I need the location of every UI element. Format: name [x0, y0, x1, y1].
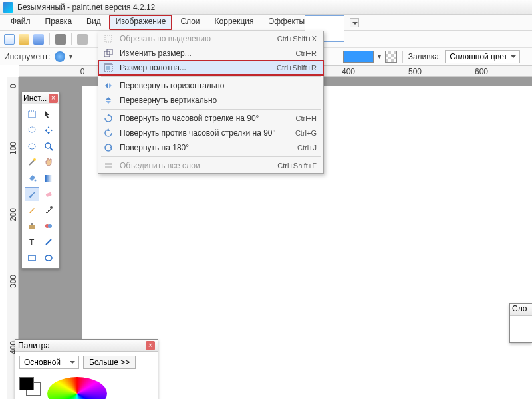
svg-point-25	[50, 206, 53, 209]
print-icon[interactable]	[55, 34, 66, 45]
open-icon[interactable]	[19, 34, 29, 45]
tool-picker[interactable]	[41, 203, 56, 217]
layers-window-title: Сло	[512, 304, 527, 313]
palette-window[interactable]: Палитра × Основной Больше >>	[15, 339, 158, 399]
tools-grid: T	[22, 104, 59, 268]
tool-ellipse-shape[interactable]	[41, 251, 56, 265]
tool-rect-shape[interactable]	[25, 251, 39, 265]
tool-text[interactable]: T	[25, 235, 39, 249]
tool-pencil[interactable]	[25, 203, 39, 217]
save-icon[interactable]	[33, 34, 44, 45]
separator	[402, 51, 403, 63]
svg-rect-4	[106, 66, 110, 70]
tool-line[interactable]	[41, 235, 56, 249]
menu-item-flatten[interactable]: Объединить все слои Ctrl+Shift+F	[98, 158, 323, 173]
menu-item-canvas-size[interactable]: Размер полотна... Ctrl+Shift+R	[98, 61, 323, 75]
menu-item-rotate-cw[interactable]: Повернуть по часовой стрелке на 90° Ctrl…	[98, 111, 323, 126]
tool-move-selection[interactable]	[41, 107, 56, 122]
rotate-cw-icon	[102, 113, 114, 124]
tool-fill[interactable]	[25, 171, 39, 186]
svg-rect-16	[29, 111, 35, 118]
tool-wand[interactable]	[25, 155, 39, 170]
tool-move-pixels[interactable]	[41, 123, 56, 138]
svg-rect-26	[29, 225, 35, 229]
svg-rect-27	[31, 223, 33, 225]
separator	[78, 51, 78, 63]
primary-color-dropdown[interactable]: Основной	[19, 356, 79, 369]
image-menu-popup: Обрезать по выделению Ctrl+Shift+X Измен…	[98, 31, 324, 174]
primary-color-label: Основной	[24, 358, 61, 367]
palette-body	[15, 373, 158, 399]
menu-item-rotate-ccw[interactable]: Повернуть против часовой стрелки на 90° …	[98, 126, 323, 140]
svg-point-22	[35, 180, 37, 182]
palette-window-header[interactable]: Палитра ×	[15, 340, 158, 352]
menu-file[interactable]: Файл	[4, 15, 37, 30]
current-tool-icon[interactable]	[55, 51, 65, 62]
svg-marker-7	[106, 97, 111, 100]
close-icon[interactable]: ×	[49, 94, 58, 103]
svg-marker-5	[105, 83, 108, 88]
menu-item-crop[interactable]: Обрезать по выделению Ctrl+Shift+X	[98, 31, 323, 46]
menu-item-flip-v[interactable]: Перевернуть вертикально	[98, 93, 323, 108]
svg-point-18	[29, 144, 35, 149]
tool-brush[interactable]	[25, 187, 39, 201]
tools-window[interactable]: Инст... × T	[21, 92, 60, 269]
menu-layers[interactable]: Слои	[174, 15, 206, 30]
layers-window-header[interactable]: Сло	[510, 304, 532, 316]
thumbnail-expand[interactable]	[350, 18, 359, 27]
svg-rect-23	[45, 175, 52, 182]
tool-rect-select[interactable]	[25, 107, 39, 122]
titlebar: Безымянный - paint.net версия 4.2.12	[0, 0, 532, 15]
crop-icon	[102, 33, 114, 44]
rotate-180-icon	[102, 142, 114, 153]
menu-separator	[101, 156, 321, 157]
more-button[interactable]: Больше >>	[83, 356, 136, 369]
menu-view[interactable]: Вид	[80, 15, 108, 30]
cut-icon[interactable]	[77, 34, 88, 45]
svg-point-33	[45, 255, 52, 261]
svg-point-21	[33, 158, 36, 161]
separator	[71, 33, 72, 45]
app-icon	[3, 2, 13, 13]
svg-marker-8	[106, 101, 111, 104]
tool-gradient[interactable]	[41, 171, 56, 186]
tool-clone[interactable]	[25, 219, 39, 233]
color-swatch[interactable]	[343, 51, 374, 63]
color-wheel[interactable]	[47, 377, 107, 399]
flip-h-icon	[102, 80, 114, 91]
thumbnail-bar	[293, 15, 359, 31]
menubar: Файл Правка Вид Изображение Слои Коррекц…	[0, 15, 532, 31]
svg-rect-14	[105, 163, 112, 165]
primary-swatch[interactable]	[19, 377, 34, 390]
new-icon[interactable]	[4, 34, 15, 45]
tool-lasso[interactable]	[25, 123, 39, 138]
menu-item-resize[interactable]: Изменить размер... Ctrl+R	[98, 46, 323, 61]
menu-adjust[interactable]: Коррекция	[208, 15, 261, 30]
rotate-ccw-icon	[102, 128, 114, 138]
layers-window[interactable]: Сло	[509, 303, 532, 343]
menu-image[interactable]: Изображение	[109, 15, 173, 30]
svg-point-29	[48, 224, 52, 228]
tool-label: Инструмент:	[4, 52, 51, 61]
close-icon[interactable]: ×	[146, 341, 155, 350]
fill-value: Сплошной цвет	[450, 52, 507, 61]
menu-item-rotate-180[interactable]: Повернуть на 180° Ctrl+J	[98, 140, 323, 155]
tool-recolor[interactable]	[41, 219, 56, 233]
tools-window-header[interactable]: Инст... ×	[22, 92, 59, 104]
separator	[49, 33, 50, 45]
fill-label: Заливка:	[408, 52, 442, 61]
menu-separator	[101, 76, 321, 77]
color-swatch-stack[interactable]	[19, 377, 42, 397]
tool-pan[interactable]	[41, 155, 56, 170]
svg-line-20	[50, 148, 53, 150]
svg-rect-15	[105, 166, 112, 168]
tool-eraser[interactable]	[41, 187, 56, 201]
tool-zoom[interactable]	[41, 139, 56, 154]
svg-point-17	[29, 127, 35, 132]
fill-dropdown[interactable]: Сплошной цвет	[445, 50, 520, 63]
tool-ellipse-select[interactable]	[25, 139, 39, 154]
menu-separator	[101, 109, 321, 110]
menu-edit[interactable]: Правка	[39, 15, 79, 30]
alpha-swatch[interactable]	[385, 51, 397, 63]
menu-item-flip-h[interactable]: Перевернуть горизонтально	[98, 78, 323, 93]
